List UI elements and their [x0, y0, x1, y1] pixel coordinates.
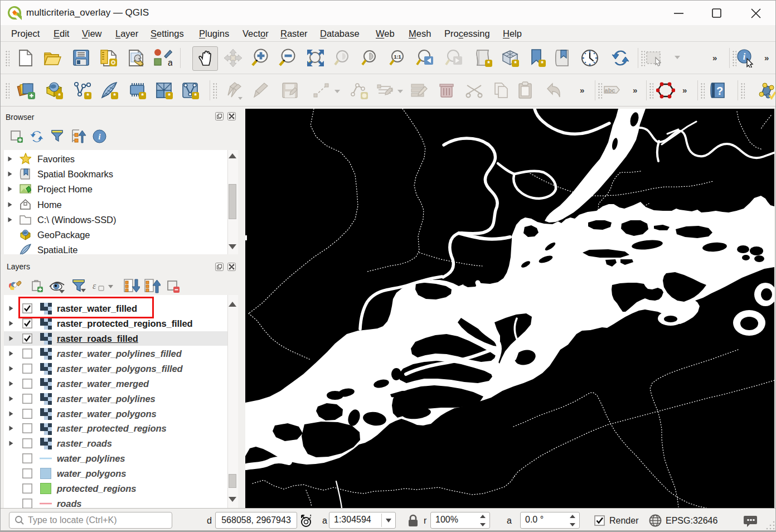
svg-text:*: * — [141, 92, 144, 100]
svg-text:*: * — [113, 92, 116, 100]
svg-text:ε: ε — [93, 281, 96, 291]
svg-text:*: * — [86, 92, 89, 100]
svg-text:i: i — [99, 133, 101, 141]
svg-text:*: * — [514, 60, 517, 67]
svg-text:?: ? — [716, 85, 723, 97]
svg-text:*: * — [168, 92, 171, 100]
svg-text:abc: abc — [605, 87, 615, 94]
svg-text:*: * — [194, 92, 197, 100]
svg-text:*: * — [541, 60, 544, 67]
svg-text:*: * — [58, 92, 61, 100]
svg-text:1:1: 1:1 — [394, 54, 401, 60]
svg-text:a: a — [168, 58, 172, 67]
svg-text:*: * — [487, 60, 490, 67]
svg-text:i: i — [743, 52, 746, 61]
